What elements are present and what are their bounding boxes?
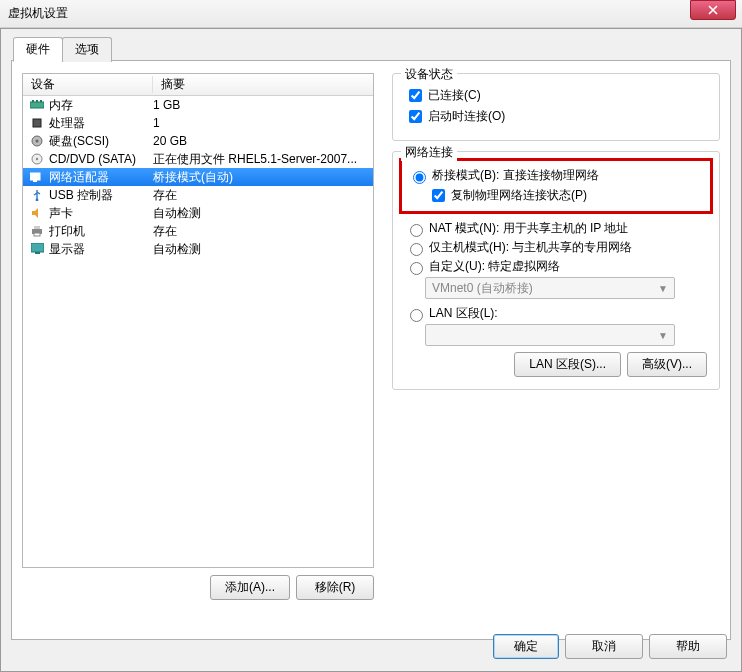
device-value: 自动检测 bbox=[153, 205, 373, 222]
add-device-button[interactable]: 添加(A)... bbox=[210, 575, 290, 600]
device-name: CD/DVD (SATA) bbox=[49, 152, 153, 166]
radio-bridged[interactable]: 桥接模式(B): 直接连接物理网络 bbox=[408, 167, 704, 184]
display-icon bbox=[29, 241, 45, 257]
list-item-cdrom[interactable]: CD/DVD (SATA) 正在使用文件 RHEL5.1-Server-2007… bbox=[23, 150, 373, 168]
radio-lan-segment[interactable]: LAN 区段(L): bbox=[405, 305, 707, 322]
device-status-group: 设备状态 已连接(C) 启动时连接(O) bbox=[392, 73, 720, 141]
device-name: 硬盘(SCSI) bbox=[49, 133, 153, 150]
device-value: 桥接模式(自动) bbox=[153, 169, 373, 186]
device-value: 正在使用文件 RHEL5.1-Server-2007... bbox=[153, 151, 373, 168]
column-header-summary[interactable]: 摘要 bbox=[153, 76, 373, 93]
svg-rect-4 bbox=[33, 119, 41, 127]
list-item-cpu[interactable]: 处理器 1 bbox=[23, 114, 373, 132]
cancel-button[interactable]: 取消 bbox=[565, 634, 643, 659]
svg-rect-0 bbox=[30, 102, 44, 108]
device-name: USB 控制器 bbox=[49, 187, 153, 204]
radio-bridged-input[interactable] bbox=[413, 171, 426, 184]
device-name: 内存 bbox=[49, 97, 153, 114]
cpu-icon bbox=[29, 115, 45, 131]
group-title-status: 设备状态 bbox=[401, 66, 457, 83]
radio-custom-input[interactable] bbox=[410, 262, 423, 275]
checkbox-replicate-state-label: 复制物理网络连接状态(P) bbox=[451, 187, 587, 204]
device-value: 1 bbox=[153, 116, 373, 130]
checkbox-replicate-state[interactable]: 复制物理网络连接状态(P) bbox=[428, 186, 704, 205]
ok-button[interactable]: 确定 bbox=[493, 634, 559, 659]
device-value: 存在 bbox=[153, 187, 373, 204]
device-name: 显示器 bbox=[49, 241, 153, 258]
memory-icon bbox=[29, 97, 45, 113]
device-value: 存在 bbox=[153, 223, 373, 240]
svg-rect-3 bbox=[40, 100, 42, 102]
device-name: 打印机 bbox=[49, 223, 153, 240]
tab-hardware[interactable]: 硬件 bbox=[13, 37, 63, 62]
checkbox-replicate-state-input[interactable] bbox=[432, 189, 445, 202]
list-item-memory[interactable]: 内存 1 GB bbox=[23, 96, 373, 114]
printer-icon bbox=[29, 223, 45, 239]
radio-nat[interactable]: NAT 模式(N): 用于共享主机的 IP 地址 bbox=[405, 220, 707, 237]
lan-segment-select: ▼ bbox=[425, 324, 675, 346]
svg-rect-13 bbox=[34, 226, 40, 229]
tab-options[interactable]: 选项 bbox=[62, 37, 112, 62]
cd-icon bbox=[29, 151, 45, 167]
radio-hostonly-input[interactable] bbox=[410, 243, 423, 256]
chevron-down-icon: ▼ bbox=[658, 330, 668, 341]
radio-nat-input[interactable] bbox=[410, 224, 423, 237]
list-item-sound[interactable]: 声卡 自动检测 bbox=[23, 204, 373, 222]
device-name: 声卡 bbox=[49, 205, 153, 222]
device-name: 处理器 bbox=[49, 115, 153, 132]
list-item-usb[interactable]: USB 控制器 存在 bbox=[23, 186, 373, 204]
device-value: 1 GB bbox=[153, 98, 373, 112]
remove-device-button[interactable]: 移除(R) bbox=[296, 575, 374, 600]
radio-hostonly[interactable]: 仅主机模式(H): 与主机共享的专用网络 bbox=[405, 239, 707, 256]
list-item-display[interactable]: 显示器 自动检测 bbox=[23, 240, 373, 258]
svg-rect-1 bbox=[32, 100, 34, 102]
checkbox-connect-at-poweron[interactable]: 启动时连接(O) bbox=[405, 107, 707, 126]
list-item-printer[interactable]: 打印机 存在 bbox=[23, 222, 373, 240]
checkbox-connected-input[interactable] bbox=[409, 89, 422, 102]
radio-lan-segment-input[interactable] bbox=[410, 309, 423, 322]
device-name: 网络适配器 bbox=[49, 169, 153, 186]
svg-rect-15 bbox=[31, 243, 44, 252]
svg-point-8 bbox=[36, 158, 38, 160]
radio-nat-label: NAT 模式(N): 用于共享主机的 IP 地址 bbox=[429, 220, 628, 237]
group-title-network: 网络连接 bbox=[401, 144, 457, 161]
vmnet-select: VMnet0 (自动桥接) ▼ bbox=[425, 277, 675, 299]
svg-rect-9 bbox=[30, 173, 40, 180]
highlight-annotation: 桥接模式(B): 直接连接物理网络 复制物理网络连接状态(P) bbox=[399, 158, 713, 214]
svg-point-11 bbox=[36, 199, 39, 201]
svg-rect-10 bbox=[33, 180, 37, 182]
checkbox-connected-label: 已连接(C) bbox=[428, 87, 481, 104]
vmnet-select-value: VMnet0 (自动桥接) bbox=[432, 280, 533, 297]
svg-rect-16 bbox=[35, 252, 40, 254]
svg-rect-14 bbox=[34, 233, 40, 236]
device-value: 20 GB bbox=[153, 134, 373, 148]
advanced-button[interactable]: 高级(V)... bbox=[627, 352, 707, 377]
sound-icon bbox=[29, 205, 45, 221]
network-icon bbox=[29, 169, 45, 185]
radio-lan-segment-label: LAN 区段(L): bbox=[429, 305, 498, 322]
usb-icon bbox=[29, 187, 45, 203]
list-item-network[interactable]: 网络适配器 桥接模式(自动) bbox=[23, 168, 373, 186]
network-connection-group: 网络连接 桥接模式(B): 直接连接物理网络 复制物理网络连接状态(P) bbox=[392, 151, 720, 390]
lan-segments-button[interactable]: LAN 区段(S)... bbox=[514, 352, 621, 377]
window-close-button[interactable] bbox=[690, 0, 736, 20]
device-list: 设备 摘要 内存 1 GB 处理器 1 硬盘(SCSI) 20 GB bbox=[22, 73, 374, 568]
svg-point-6 bbox=[36, 140, 39, 143]
list-item-disk[interactable]: 硬盘(SCSI) 20 GB bbox=[23, 132, 373, 150]
radio-custom-label: 自定义(U): 特定虚拟网络 bbox=[429, 258, 560, 275]
disk-icon bbox=[29, 133, 45, 149]
checkbox-connected[interactable]: 已连接(C) bbox=[405, 86, 707, 105]
help-button[interactable]: 帮助 bbox=[649, 634, 727, 659]
radio-hostonly-label: 仅主机模式(H): 与主机共享的专用网络 bbox=[429, 239, 632, 256]
device-value: 自动检测 bbox=[153, 241, 373, 258]
radio-custom[interactable]: 自定义(U): 特定虚拟网络 bbox=[405, 258, 707, 275]
chevron-down-icon: ▼ bbox=[658, 283, 668, 294]
checkbox-connect-at-poweron-input[interactable] bbox=[409, 110, 422, 123]
column-header-device[interactable]: 设备 bbox=[23, 76, 153, 93]
svg-rect-2 bbox=[36, 100, 38, 102]
radio-bridged-label: 桥接模式(B): 直接连接物理网络 bbox=[432, 167, 599, 184]
window-title: 虚拟机设置 bbox=[8, 5, 690, 22]
checkbox-connect-at-poweron-label: 启动时连接(O) bbox=[428, 108, 505, 125]
